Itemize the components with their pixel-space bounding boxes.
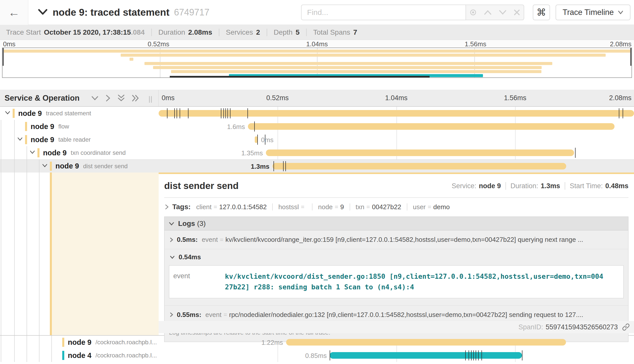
tag-separator: [350, 203, 350, 210]
span-timeline-cell[interactable]: 1.3ms: [159, 160, 634, 173]
minimap-scrubber-right[interactable]: [630, 48, 631, 66]
service-name: node 9: [68, 338, 91, 347]
tree-guide: [14, 146, 15, 159]
span-log-tick: [257, 135, 258, 145]
next-result-icon[interactable]: [499, 10, 507, 15]
minimap-span-bar: [130, 58, 133, 61]
span-timeline-cell[interactable]: [159, 107, 634, 120]
summary-value-suffix: .084: [131, 28, 145, 36]
summary-label: Depth: [274, 28, 293, 36]
span-log-tick: [623, 108, 623, 118]
selected-span-color-band: [50, 173, 52, 335]
service-color-bar: [50, 162, 52, 171]
span-log-tick: [330, 350, 330, 360]
span-tree-cell[interactable]: node 9flow: [0, 120, 159, 133]
span-tree-cell[interactable]: node 9dist sender send: [0, 160, 159, 173]
trace-collapse-chevron-icon[interactable]: [38, 8, 48, 16]
minimap-scrubber-left[interactable]: [3, 48, 4, 66]
span-collapse-chevron-icon[interactable]: [29, 150, 35, 155]
expand-all-icon[interactable]: [132, 94, 140, 102]
equals-sign: =: [335, 203, 338, 210]
span-collapse-chevron-icon[interactable]: [42, 163, 48, 169]
column-resize-grip[interactable]: [149, 96, 152, 103]
tags-row[interactable]: Tags: client=127.0.0.1:54582hostssl=node…: [164, 198, 628, 215]
span-tree-cell[interactable]: node 9/cockroach.roachpb.I...: [0, 336, 159, 349]
log-entry-expanded-header[interactable]: 0.54ms: [164, 249, 628, 265]
minimap-tick-label: 0ms: [3, 40, 15, 48]
span-row[interactable]: node 9/cockroach.roachpb.I...1.22ms: [0, 336, 634, 349]
span-duration-bar[interactable]: [286, 339, 566, 346]
span-duration-bar[interactable]: [248, 123, 615, 130]
span-tree-cell[interactable]: node 4/cockroach.roachpb.I...: [0, 349, 159, 362]
span-timeline-cell[interactable]: 0.85ms: [159, 349, 634, 362]
log-entry-collapsed[interactable]: 0.5ms: event = kv/kvclient/kvcoord/range…: [164, 230, 628, 249]
trace-summary-item: Depth5: [274, 28, 300, 36]
trace-summary-item: Duration2.08ms: [158, 28, 212, 36]
span-row[interactable]: node 9dist sender send1.3ms: [0, 159, 634, 173]
timeline-tick-header: 0ms0.52ms1.04ms1.56ms2.08ms: [159, 90, 634, 106]
tree-guide: [27, 173, 27, 335]
span-tree-cell[interactable]: node 9table reader: [0, 133, 159, 146]
expand-one-icon[interactable]: [105, 94, 111, 102]
stat-separator: [505, 182, 506, 190]
prev-result-icon[interactable]: [484, 10, 492, 15]
span-timeline-cell[interactable]: 1.6ms: [159, 120, 634, 133]
collapse-all-icon[interactable]: [117, 94, 125, 102]
summary-value: October 15 2020, 17:38:15.084: [44, 28, 144, 36]
deep-link-icon[interactable]: [622, 323, 630, 331]
span-tree-cell[interactable]: node 9traced statement: [0, 107, 159, 120]
minimap-viewport-indicator[interactable]: [170, 76, 430, 77]
find-tools: [466, 5, 524, 20]
info-separator: [151, 29, 152, 36]
stat-value: node 9: [479, 182, 501, 190]
service-name: node 9: [31, 122, 54, 131]
tree-guide: [51, 349, 52, 362]
detail-header: dist sender send Service:node 9Duration:…: [164, 181, 628, 191]
trace-minimap[interactable]: [2, 48, 632, 78]
span-timeline-cell[interactable]: 0ms: [159, 133, 634, 146]
keyboard-shortcuts-button[interactable]: ⌘: [533, 5, 550, 20]
span-row[interactable]: node 9traced statement: [0, 107, 634, 120]
span-duration-bar[interactable]: [272, 163, 566, 169]
chevron-down-icon: [170, 255, 175, 259]
span-row[interactable]: node 9flow1.6ms: [0, 120, 634, 133]
span-row[interactable]: node 9txn coordinator send1.35ms: [0, 146, 634, 159]
trace-view-selector[interactable]: Trace Timeline: [556, 5, 630, 20]
tag-key: txn: [356, 203, 365, 211]
timeline-tick-label: 2.08ms: [609, 94, 631, 102]
span-row[interactable]: node 9table reader0ms: [0, 133, 634, 146]
minimap-tick-label: 1.56ms: [465, 40, 486, 48]
log-field-table: event kv/kvclient/kvcoord/dist_sender.go…: [169, 265, 624, 298]
tree-guide: [1, 146, 1, 159]
span-log-tick: [230, 108, 230, 118]
span-timeline-cell[interactable]: 1.35ms: [159, 146, 634, 159]
operation-name: table reader: [58, 136, 159, 143]
span-row[interactable]: node 4/cockroach.roachpb.I...0.85ms: [0, 349, 634, 362]
logs-header[interactable]: Logs (3): [164, 217, 628, 230]
span-duration-bar[interactable]: [266, 149, 574, 156]
summary-label: Trace Start: [6, 28, 41, 36]
log-field-key: event: [202, 236, 218, 244]
find-input[interactable]: [301, 5, 466, 20]
tags-label: Tags:: [172, 203, 191, 211]
clear-find-icon[interactable]: [514, 9, 520, 16]
stat-value: 0.48ms: [605, 182, 628, 190]
detail-operation-name: dist sender send: [164, 181, 239, 191]
service-name: node 9: [18, 109, 42, 118]
tag-separator: [407, 203, 407, 210]
span-collapse-chevron-icon[interactable]: [5, 111, 11, 116]
focus-match-icon[interactable]: [469, 9, 477, 16]
span-collapse-chevron-icon[interactable]: [17, 137, 23, 142]
info-separator: [267, 29, 267, 36]
span-timeline-cell[interactable]: 1.22ms: [159, 336, 634, 349]
jaeger-trace-view: ← node 9: traced statement 6749717: [0, 0, 634, 364]
trace-id: 6749717: [174, 7, 209, 18]
span-duration-bar[interactable]: [330, 352, 522, 359]
span-log-tick: [469, 350, 469, 360]
summary-label: Services: [226, 28, 253, 36]
collapse-one-icon[interactable]: [91, 95, 99, 101]
minimap-span-bar: [3, 50, 631, 53]
equals-sign: =: [366, 203, 370, 210]
span-tree-cell[interactable]: node 9txn coordinator send: [0, 146, 159, 159]
back-button[interactable]: ←: [0, 0, 28, 25]
